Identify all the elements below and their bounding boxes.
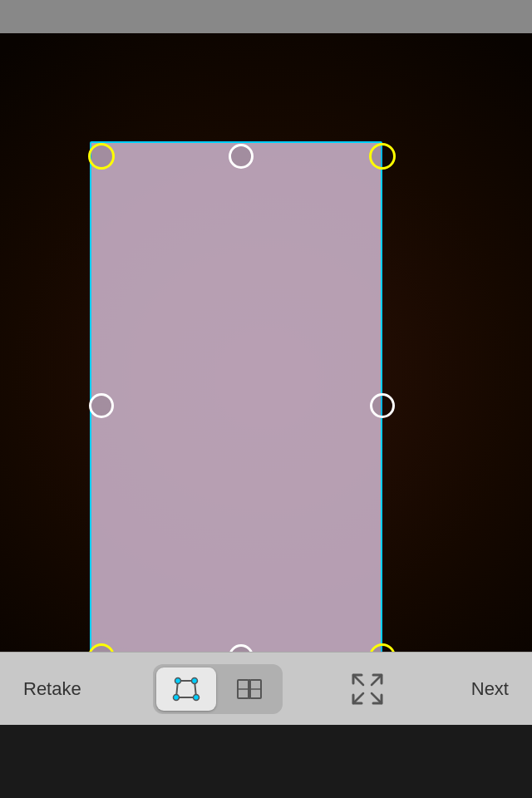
- svg-point-3: [191, 677, 197, 683]
- fullscreen-button[interactable]: [344, 667, 391, 711]
- edge-handle-top-middle[interactable]: [229, 144, 254, 169]
- svg-line-11: [353, 675, 363, 685]
- book-tool-button[interactable]: [219, 667, 279, 711]
- svg-line-13: [353, 693, 363, 703]
- toolbar: Retake: [0, 652, 532, 725]
- corner-handle-top-right[interactable]: [369, 143, 396, 170]
- polygon-tool-button[interactable]: [156, 667, 216, 711]
- svg-point-2: [175, 677, 180, 683]
- next-button[interactable]: Next: [452, 672, 519, 707]
- camera-view: Retake: [0, 33, 532, 725]
- document-paper: [90, 141, 382, 657]
- fullscreen-icon: [350, 672, 385, 707]
- edge-handle-middle-left[interactable]: [89, 393, 114, 418]
- edge-handle-middle-right[interactable]: [370, 393, 395, 418]
- tool-group: [153, 664, 283, 714]
- svg-point-1: [173, 694, 179, 700]
- status-bar: [0, 0, 532, 33]
- polygon-tool-icon: [171, 674, 201, 704]
- svg-line-12: [372, 675, 382, 685]
- book-tool-icon: [234, 674, 264, 704]
- corner-handle-top-left[interactable]: [88, 143, 115, 170]
- svg-point-4: [193, 694, 199, 700]
- svg-line-14: [372, 693, 382, 703]
- retake-button[interactable]: Retake: [13, 672, 91, 707]
